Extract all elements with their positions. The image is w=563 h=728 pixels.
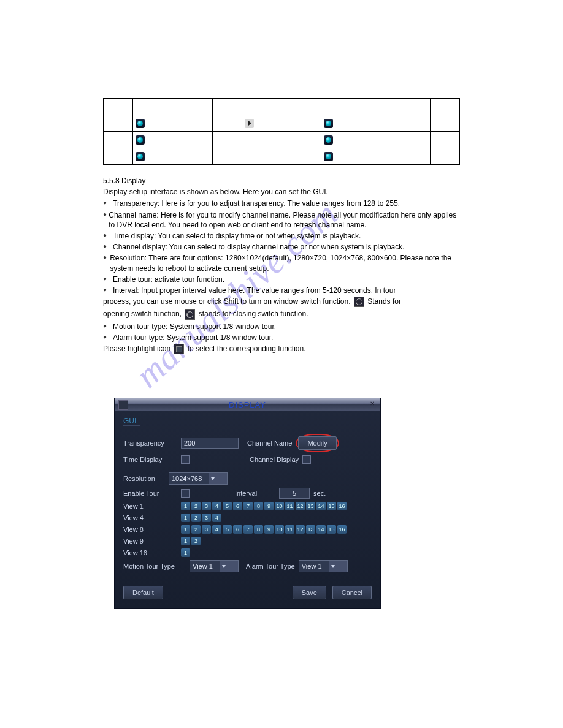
bullet-resolution: Resolution: There are four options: 1280…	[110, 253, 460, 273]
motion-tour-label: Motion Tour Type	[123, 563, 186, 570]
alarm-tour-label: Alarm Tour Type	[246, 563, 295, 570]
channel-grid: 12345678910111213141516	[181, 525, 347, 534]
interval-unit: sec.	[313, 490, 326, 497]
channel-button[interactable]: 16	[337, 502, 347, 510]
channel-button[interactable]: 4	[212, 525, 221, 534]
channel-button[interactable]: 1	[181, 502, 190, 510]
channel-button[interactable]: 13	[306, 502, 315, 510]
switch-close-icon	[185, 309, 195, 320]
channel-button[interactable]: 9	[264, 525, 274, 534]
channel-grid: 12345678910111213141516	[181, 502, 347, 510]
bullet-enable-tour: Enable tour: activate tour function.	[113, 275, 224, 284]
channel-button[interactable]: 7	[243, 502, 253, 510]
channel-button[interactable]: 10	[275, 502, 284, 510]
cancel-button[interactable]: Cancel	[332, 586, 372, 599]
dialog-title: DISPLAY	[229, 400, 266, 409]
channel-button[interactable]: 3	[202, 514, 211, 522]
bullet-interval: Interval: Input proper interval value he…	[113, 286, 396, 295]
channel-button[interactable]: 10	[275, 525, 284, 534]
channel-button[interactable]: 7	[243, 525, 253, 534]
time-display-checkbox[interactable]	[181, 455, 190, 464]
bullet-motion-tour: Motion tour type: System support 1/8 win…	[113, 322, 276, 332]
channel-button[interactable]: 6	[233, 525, 242, 534]
channel-button[interactable]: 3	[202, 502, 211, 510]
channel-icon	[324, 119, 333, 128]
channel-button[interactable]: 1	[181, 525, 190, 534]
channel-button[interactable]: 11	[285, 525, 294, 534]
channel-button[interactable]: 12	[296, 525, 305, 534]
channel-button[interactable]: 12	[296, 502, 305, 510]
channel-button[interactable]: 14	[316, 502, 326, 510]
channel-icon	[324, 152, 333, 161]
resolution-label: Resolution	[123, 475, 165, 482]
channel-button[interactable]: 13	[306, 525, 315, 534]
gui-section-label: GUI	[123, 417, 140, 426]
dialog-icon	[118, 400, 128, 410]
channel-button[interactable]: 8	[254, 502, 263, 510]
channel-button[interactable]: 16	[337, 525, 347, 534]
status-icon-table	[103, 98, 460, 165]
view-label: View 4	[123, 514, 177, 521]
bullet-alarm-tour: Alarm tour type: System support 1/8 wind…	[113, 333, 273, 343]
channel-button[interactable]: 1	[181, 537, 190, 545]
bullet-channel-name: Channel name: Here is for you to modify …	[109, 210, 460, 230]
channel-button[interactable]: 3	[202, 525, 211, 534]
channel-name-label: Channel Name	[247, 439, 292, 447]
highlight-square-icon	[174, 344, 184, 354]
dialog-titlebar: DISPLAY ✕	[115, 398, 380, 411]
interval-label: Interval	[235, 490, 257, 497]
view-label: View 16	[123, 549, 177, 556]
channel-display-label: Channel Display	[250, 456, 299, 463]
modify-highlight-ellipse: Modify	[296, 434, 339, 452]
channel-button[interactable]: 4	[212, 514, 221, 522]
channel-button[interactable]: 1	[181, 514, 190, 522]
enable-tour-checkbox[interactable]	[181, 489, 190, 498]
save-button[interactable]: Save	[293, 586, 326, 599]
record-icon	[136, 119, 145, 128]
channel-button[interactable]: 8	[254, 525, 263, 534]
channel-button[interactable]: 2	[191, 502, 201, 510]
channel-button[interactable]: 2	[191, 525, 201, 534]
channel-grid: 1234	[181, 514, 221, 522]
time-display-label: Time Display	[123, 456, 177, 463]
channel-button[interactable]: 6	[233, 502, 242, 510]
channel-button[interactable]: 11	[285, 502, 294, 510]
channel-button[interactable]: 15	[327, 525, 336, 534]
channel-button[interactable]: 14	[316, 525, 326, 534]
view-label: View 1	[123, 502, 177, 510]
highlight-line: Please highlight icon to select the corr…	[103, 344, 460, 354]
resolution-select[interactable]: 1024×768	[169, 472, 228, 485]
transparency-label: Transparency	[123, 439, 177, 447]
inline-icon-line-2: opening switch function, stands for clos…	[103, 309, 460, 319]
display-dialog: DISPLAY ✕ GUI Transparency Channel Name …	[114, 398, 381, 609]
channel-grid: 12	[181, 537, 201, 545]
modify-button[interactable]: Modify	[298, 436, 336, 450]
play-arrow-icon	[245, 119, 254, 128]
channel-button[interactable]: 2	[191, 537, 201, 545]
inline-icon-line: process, you can use mouse or click Shif…	[103, 297, 460, 307]
channel-button[interactable]: 4	[212, 502, 221, 510]
channel-button[interactable]: 5	[223, 502, 232, 510]
channel-button[interactable]: 9	[264, 502, 274, 510]
channel-button[interactable]: 1	[181, 548, 190, 557]
transparency-input[interactable]	[181, 438, 239, 449]
alarm-tour-select[interactable]: View 1	[299, 560, 348, 572]
channel-button[interactable]: 5	[223, 525, 232, 534]
interval-input[interactable]	[279, 488, 310, 499]
record-icon	[136, 135, 145, 145]
channel-button[interactable]: 15	[327, 502, 336, 510]
channel-button[interactable]: 2	[191, 514, 201, 522]
close-icon[interactable]: ✕	[368, 400, 377, 408]
section-heading: 5.5.8 Display	[103, 176, 460, 186]
enable-tour-label: Enable Tour	[123, 490, 177, 497]
body-line: Display setup interface is shown as belo…	[103, 187, 460, 197]
switch-open-icon	[354, 297, 364, 307]
bullet-transparency: Transparency: Here is for you to adjust …	[113, 199, 400, 208]
default-button[interactable]: Default	[123, 586, 163, 599]
channel-grid: 1	[181, 548, 190, 557]
motion-tour-select[interactable]: View 1	[190, 560, 239, 572]
record-icon	[136, 152, 145, 161]
channel-icon	[324, 135, 333, 145]
channel-display-checkbox[interactable]	[302, 455, 311, 464]
view-label: View 9	[123, 537, 177, 545]
